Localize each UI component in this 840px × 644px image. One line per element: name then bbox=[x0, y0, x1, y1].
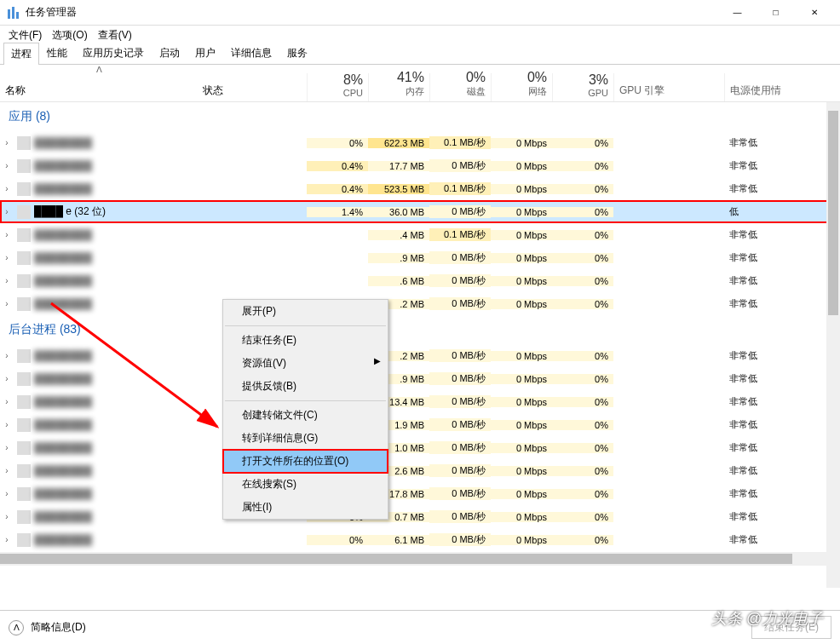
power-cell: 低 bbox=[724, 205, 840, 218]
chevron-up-icon[interactable]: ᐱ bbox=[9, 620, 24, 635]
chevron-right-icon[interactable]: › bbox=[0, 299, 14, 308]
table-row[interactable]: › ████████ .4 MB 0.1 MB/秒 0 Mbps 0% 非常低 bbox=[0, 223, 840, 246]
table-row[interactable]: › ████████ 0% 0.7 MB 0 MB/秒 0 Mbps 0% 非常… bbox=[0, 505, 840, 528]
process-name: ████████ bbox=[34, 534, 198, 546]
chevron-right-icon[interactable]: › bbox=[0, 207, 14, 216]
memory-cell: .4 MB bbox=[368, 230, 429, 240]
table-row[interactable]: › ████████ 0% 622.3 MB 0.1 MB/秒 0 Mbps 0… bbox=[0, 131, 840, 154]
table-row[interactable]: › ████████ .2 MB 0 MB/秒 0 Mbps 0% 非常低 bbox=[0, 344, 840, 367]
header-memory[interactable]: 41%内存 bbox=[368, 73, 429, 101]
power-cell: 非常低 bbox=[724, 395, 840, 408]
table-row[interactable]: › ████████ 0% 6.1 MB 0 MB/秒 0 Mbps 0% 非常… bbox=[0, 528, 840, 551]
minimize-button[interactable]: — bbox=[718, 0, 757, 26]
power-cell: 非常低 bbox=[724, 372, 840, 385]
group-apps[interactable]: 应用 (8) bbox=[0, 102, 840, 131]
ctx-properties[interactable]: 属性(I) bbox=[223, 496, 388, 519]
memory-cell: 523.5 MB bbox=[368, 184, 429, 194]
scrollbar-thumb[interactable] bbox=[828, 111, 838, 315]
table-row[interactable]: › ████████ 0% 1.9 MB 0 MB/秒 0 Mbps 0% 非常… bbox=[0, 413, 840, 436]
chevron-right-icon[interactable]: › bbox=[0, 138, 14, 147]
network-cell: 0 Mbps bbox=[491, 138, 552, 148]
chevron-right-icon[interactable]: › bbox=[0, 489, 14, 498]
power-cell: 非常低 bbox=[724, 464, 840, 477]
chevron-right-icon[interactable]: › bbox=[0, 351, 14, 360]
header-gpu-engine[interactable]: GPU 引擎 bbox=[613, 73, 724, 101]
power-cell: 非常低 bbox=[724, 533, 840, 546]
ctx-details[interactable]: 转到详细信息(G) bbox=[223, 427, 388, 450]
chevron-right-icon[interactable]: › bbox=[0, 230, 14, 239]
power-cell: 非常低 bbox=[724, 136, 840, 149]
header-disk[interactable]: 0%磁盘 bbox=[429, 73, 491, 101]
table-row[interactable]: › ████ e (32 位) 1.4% 36.0 MB 0 MB/秒 0 Mb… bbox=[0, 200, 840, 223]
chevron-right-icon[interactable]: › bbox=[0, 276, 14, 285]
app-icon bbox=[17, 510, 31, 524]
scrollbar-thumb[interactable] bbox=[0, 554, 792, 564]
header-status[interactable]: 状态 bbox=[198, 73, 307, 101]
table-row[interactable]: › ████████ .2 MB 0 MB/秒 0 Mbps 0% 非常低 bbox=[0, 292, 840, 315]
app-icon bbox=[17, 182, 31, 196]
chevron-right-icon[interactable]: › bbox=[0, 184, 14, 193]
network-cell: 0 Mbps bbox=[491, 253, 552, 263]
table-row[interactable]: › ████████ 0% 1.0 MB 0 MB/秒 0 Mbps 0% 非常… bbox=[0, 436, 840, 459]
power-cell: 非常低 bbox=[724, 441, 840, 454]
table-row[interactable]: › ████████ 0.4% 523.5 MB 0.1 MB/秒 0 Mbps… bbox=[0, 177, 840, 200]
gpu-cell: 0% bbox=[552, 535, 613, 545]
ctx-resource[interactable]: 资源值(V)▶ bbox=[223, 352, 388, 375]
tab-history[interactable]: 应用历史记录 bbox=[75, 42, 152, 64]
table-row[interactable]: › ████████ 0% 2.6 MB 0 MB/秒 0 Mbps 0% 非常… bbox=[0, 459, 840, 482]
chevron-right-icon[interactable]: › bbox=[0, 466, 14, 475]
column-headers: 名称 状态 8%CPU 41%内存 0%磁盘 0%网络 3%GPU GPU 引擎… bbox=[0, 73, 840, 102]
maximize-button[interactable]: □ bbox=[757, 0, 795, 26]
ctx-end-task[interactable]: 结束任务(E) bbox=[223, 329, 388, 352]
table-row[interactable]: › ████████ .6 MB 0 MB/秒 0 Mbps 0% 非常低 bbox=[0, 269, 840, 292]
process-name: ████████ bbox=[34, 419, 198, 431]
group-background[interactable]: 后台进程 (83) bbox=[0, 315, 840, 344]
chevron-right-icon[interactable]: › bbox=[0, 397, 14, 406]
ctx-dump[interactable]: 创建转储文件(C) bbox=[223, 404, 388, 427]
chevron-right-icon[interactable]: › bbox=[0, 374, 14, 383]
ctx-expand[interactable]: 展开(P) bbox=[223, 300, 388, 323]
cpu-cell: 0% bbox=[307, 138, 368, 148]
header-name[interactable]: 名称 bbox=[0, 73, 198, 101]
tab-processes[interactable]: 进程 bbox=[3, 43, 39, 65]
ctx-feedback[interactable]: 提供反馈(B) bbox=[223, 375, 388, 398]
chevron-right-icon[interactable]: › bbox=[0, 161, 14, 170]
process-name: ████████ bbox=[34, 160, 198, 172]
chevron-right-icon[interactable]: › bbox=[0, 420, 14, 429]
header-cpu[interactable]: 8%CPU bbox=[307, 73, 368, 101]
vertical-scrollbar[interactable] bbox=[826, 102, 840, 588]
chevron-right-icon[interactable]: › bbox=[0, 512, 14, 521]
chevron-right-icon[interactable]: › bbox=[0, 253, 14, 262]
chevron-right-icon[interactable]: › bbox=[0, 443, 14, 452]
brief-info-link[interactable]: 简略信息(D) bbox=[31, 620, 86, 635]
header-gpu[interactable]: 3%GPU bbox=[552, 73, 613, 101]
titlebar[interactable]: 任务管理器 — □ ✕ bbox=[0, 0, 840, 26]
table-row[interactable]: › ████████ 0% 17.8 MB 0 MB/秒 0 Mbps 0% 非… bbox=[0, 482, 840, 505]
app-icon bbox=[17, 205, 31, 219]
table-row[interactable]: › ████████ .9 MB 0 MB/秒 0 Mbps 0% 非常低 bbox=[0, 246, 840, 269]
ctx-open-location[interactable]: 打开文件所在的位置(O) bbox=[223, 450, 388, 473]
tab-details[interactable]: 详细信息 bbox=[223, 42, 279, 64]
watermark: 头条 @力光电子 bbox=[711, 608, 823, 629]
header-power[interactable]: 电源使用情 bbox=[724, 73, 840, 101]
table-row[interactable]: › ████████ .9 MB 0 MB/秒 0 Mbps 0% 非常低 bbox=[0, 367, 840, 390]
tab-services[interactable]: 服务 bbox=[279, 42, 315, 64]
disk-cell: 0 MB/秒 bbox=[429, 251, 491, 264]
horizontal-scrollbar[interactable] bbox=[0, 552, 826, 566]
ctx-search[interactable]: 在线搜索(S) bbox=[223, 473, 388, 496]
close-button[interactable]: ✕ bbox=[795, 0, 833, 26]
tab-startup[interactable]: 启动 bbox=[152, 42, 187, 64]
header-network[interactable]: 0%网络 bbox=[491, 73, 552, 101]
disk-cell: 0 MB/秒 bbox=[429, 159, 491, 172]
app-icon bbox=[17, 136, 31, 150]
process-name: ████████ bbox=[34, 511, 198, 523]
app-icon bbox=[17, 464, 31, 478]
tab-users[interactable]: 用户 bbox=[187, 42, 223, 64]
process-name: ████████ bbox=[34, 396, 198, 408]
memory-cell: 36.0 MB bbox=[368, 207, 429, 217]
table-row[interactable]: › ████████ 0.4% 17.7 MB 0 MB/秒 0 Mbps 0%… bbox=[0, 154, 840, 177]
chevron-right-icon[interactable]: › bbox=[0, 535, 14, 544]
tab-performance[interactable]: 性能 bbox=[39, 42, 75, 64]
table-row[interactable]: › ████████ 0% 13.4 MB 0 MB/秒 0 Mbps 0% 非… bbox=[0, 390, 840, 413]
disk-cell: 0 MB/秒 bbox=[429, 205, 491, 218]
